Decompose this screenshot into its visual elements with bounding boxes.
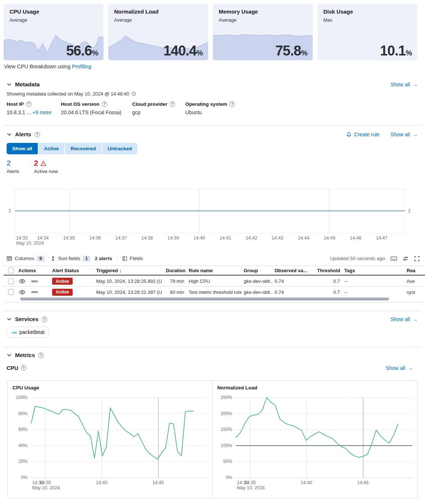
alerts-show-all-link[interactable]: Show all→ [391,132,418,137]
kpi-card-cpu-usage[interactable]: CPU Usage Average 56.6% [4,4,103,60]
create-rule-button[interactable]: Create rule [346,132,379,137]
kpi-card-disk-usage[interactable]: Disk Usage Max 10.1% [317,4,417,60]
metrics-section-header: Metrics ? [7,352,418,359]
col-group: Group [241,268,272,273]
more-actions-icon[interactable] [32,279,37,284]
metric-series-line [31,397,207,478]
metrics-title: Metrics [15,352,35,359]
cell-duration: 80 min [164,289,186,295]
x-axis-tick: 14:37 [115,235,127,241]
toolbar-divider [117,255,117,262]
y-axis-tick: 0% [9,475,28,480]
updated-timestamp: Updated 50 seconds ago [330,256,385,261]
help-icon[interactable]: ? [26,101,32,107]
sort-fields-button[interactable]: Sort fields 1 [51,256,90,262]
chevron-down-icon[interactable] [7,132,12,137]
cell-triggered: May 10, 2024, 13:28:25.892 (U [94,278,164,284]
x-axis-tick: 14:46 [350,235,361,241]
y-axis-tick: 50% [214,459,232,464]
kpi-subtitle: Average [114,17,202,23]
chevron-down-icon[interactable] [7,317,12,322]
x-axis-tick: 14:33 [16,235,28,241]
kpi-subtitle: Average [10,17,98,23]
help-icon[interactable]: ? [42,317,47,322]
tab-show-all[interactable]: Show all [7,143,38,154]
alerts-timeline-chart[interactable] [15,189,405,233]
h-gridline [31,478,207,478]
col-threshold: Threshold [315,268,342,273]
help-icon[interactable]: ? [102,101,107,107]
help-icon[interactable]: ? [229,101,235,107]
kpi-value: 75.8% [275,43,308,59]
fields-icon [122,256,127,261]
help-icon[interactable]: ? [34,132,40,137]
help-icon[interactable]: ? [21,365,26,371]
keyboard-shortcuts-button[interactable] [391,256,397,262]
stat-alerts: 2 Alerts [7,159,19,174]
service-chip-packetbeat[interactable]: -∞ packetbeat [7,327,49,338]
tab-untracked[interactable]: Untracked [102,143,137,154]
y-axis-tick: 250% [214,395,232,400]
warning-triangle-icon [40,161,46,166]
select-all-checkbox[interactable] [8,267,14,273]
profiling-link[interactable]: Profiling [72,64,91,69]
more-actions-icon[interactable] [32,289,37,295]
cell-group[interactable]: gke-dev-oblt... [241,289,272,295]
x-axis-tick: 14:35 [244,480,256,485]
alerts-section-header: Alerts ? Create rule Show all→ [7,131,418,138]
services-show-all-link[interactable]: Show all→ [391,316,418,322]
status-badge[interactable]: Active [52,289,73,296]
kpi-card-normalized-load[interactable]: Normalized Load Average 140.4% [108,4,208,60]
cpu-show-all-link[interactable]: Show all→ [386,365,413,371]
cell-group[interactable]: gke-dev-oblt... [241,278,272,284]
arrow-right-icon: → [408,365,413,371]
view-alert-eye-icon[interactable] [19,278,25,284]
col-reason: Rea [404,268,425,273]
help-icon[interactable]: ? [38,353,44,358]
cell-reason: Ave [404,278,425,284]
horizontal-scrollbar[interactable] [20,298,389,300]
kpi-title: Memory Usage [219,8,307,15]
normalized-load-chart-panel[interactable]: Normalized Load 0%50%100%150%200%250%14:… [212,380,418,498]
col-alert-status: Alert Status [50,268,94,273]
x-axis-tick: 14:40 [96,480,107,485]
columns-button[interactable]: Columns 9 [7,256,44,262]
row-checkbox[interactable] [8,278,14,284]
x-axis-tick: 14:43 [272,235,283,241]
row-checkbox[interactable] [8,289,14,295]
tab-active[interactable]: Active [39,143,65,154]
cpu-usage-chart-panel[interactable]: CPU Usage 0%20%40%60%80%100%14:30May 10,… [7,380,213,498]
metadata-show-all-link[interactable]: Show all→ [391,82,418,87]
y-axis-tick: 60% [9,427,28,432]
metric-series-line [236,397,412,478]
tab-recovered[interactable]: Recovered [65,143,101,154]
table-columns-icon [7,256,12,261]
kpi-value: 56.6% [66,43,98,59]
cell-triggered: May 10, 2024, 13:28:22.397 (U [94,289,164,295]
help-icon[interactable]: ? [170,101,175,107]
more-ips-link[interactable]: +9 more [32,109,51,115]
cell-observed-value: 0.74 [272,289,315,295]
fullscreen-button[interactable] [414,256,420,262]
view-alert-eye-icon[interactable] [19,289,25,295]
chevron-down-icon[interactable] [7,353,12,358]
x-axis-tick: 14:35 [40,480,51,485]
col-triggered[interactable]: Triggered ↓ [94,268,164,273]
x-axis-tick: 14:38 [141,235,153,241]
x-axis-tick: 14:35 [63,235,75,241]
apm-service-icon: -∞ [11,330,17,335]
keyboard-icon [391,256,397,262]
metadata-field-host-os: Host OS version? 20.04.6 LTS (Focal Foss… [61,101,121,115]
col-actions: Actions [16,268,50,273]
status-badge[interactable]: Active [52,278,73,285]
cpu-subsection-header: CPU? Show all→ [7,365,413,371]
clock-icon[interactable] [131,91,136,96]
arrow-right-icon: → [413,316,418,322]
kpi-card-memory-usage[interactable]: Memory Usage Average 75.8% [213,4,313,60]
x-axis-tick: 14:39 [167,235,179,241]
chart-title: CPU Usage [12,385,39,390]
chevron-down-icon[interactable] [7,82,12,87]
display-options-button[interactable] [403,256,408,262]
fields-button[interactable]: Fields [122,256,143,261]
x-axis-date-label: May 10, 2024 [16,241,44,246]
